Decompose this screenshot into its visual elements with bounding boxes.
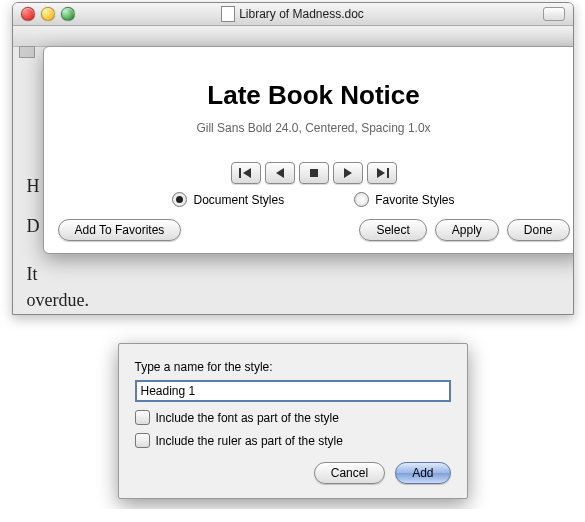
bg-text: It xyxy=(27,264,38,285)
document-body: H D It overdue. Late Book Notice Gill Sa… xyxy=(13,26,573,314)
ruler-marker xyxy=(19,46,35,58)
radio-label: Favorite Styles xyxy=(375,193,454,207)
ruler-bar xyxy=(13,26,573,47)
svg-rect-3 xyxy=(310,169,318,177)
first-style-button[interactable] xyxy=(231,162,261,184)
document-window: Library of Madness.doc H D It overdue. L… xyxy=(12,2,574,315)
apply-button[interactable]: Apply xyxy=(435,219,499,241)
radio-label: Document Styles xyxy=(193,193,284,207)
svg-rect-6 xyxy=(387,168,389,178)
prev-style-button[interactable] xyxy=(265,162,295,184)
stop-button[interactable] xyxy=(299,162,329,184)
style-name-input[interactable] xyxy=(135,380,451,402)
radio-icon xyxy=(172,192,187,207)
done-button[interactable]: Done xyxy=(507,219,570,241)
svg-marker-5 xyxy=(377,168,385,178)
traffic-lights xyxy=(21,7,75,21)
style-preview-heading: Late Book Notice xyxy=(63,80,565,111)
style-scope-radios: Document Styles Favorite Styles xyxy=(58,192,570,207)
minimize-icon[interactable] xyxy=(41,7,55,21)
last-style-button[interactable] xyxy=(367,162,397,184)
toolbar-toggle-button[interactable] xyxy=(543,7,565,21)
titlebar: Library of Madness.doc xyxy=(13,3,573,26)
style-preview: Late Book Notice Gill Sans Bold 24.0, Ce… xyxy=(58,61,570,148)
window-title: Library of Madness.doc xyxy=(239,7,364,21)
bg-text: H xyxy=(27,176,40,197)
checkbox-label: Include the ruler as part of the style xyxy=(156,434,343,448)
checkbox-label: Include the font as part of the style xyxy=(156,411,339,425)
style-navigator xyxy=(58,162,570,184)
svg-marker-1 xyxy=(243,168,251,178)
svg-marker-2 xyxy=(276,168,284,178)
cancel-button[interactable]: Cancel xyxy=(314,462,385,484)
close-icon[interactable] xyxy=(21,7,35,21)
document-icon xyxy=(221,6,235,22)
style-preview-description: Gill Sans Bold 24.0, Centered, Spacing 1… xyxy=(63,121,565,135)
checkbox-include-ruler[interactable] xyxy=(135,433,150,448)
radio-icon xyxy=(354,192,369,207)
svg-marker-4 xyxy=(344,168,352,178)
add-button[interactable]: Add xyxy=(395,462,450,484)
sheet-button-row: Add To Favorites Select Apply Done xyxy=(58,219,570,241)
svg-rect-0 xyxy=(239,168,241,178)
name-style-prompt: Type a name for the style: xyxy=(135,360,451,374)
zoom-icon[interactable] xyxy=(61,7,75,21)
styles-sheet: Late Book Notice Gill Sans Bold 24.0, Ce… xyxy=(43,46,574,254)
bg-text: overdue. xyxy=(27,290,89,311)
bg-text: D xyxy=(27,216,40,237)
next-style-button[interactable] xyxy=(333,162,363,184)
checkbox-include-font[interactable] xyxy=(135,410,150,425)
radio-document-styles[interactable]: Document Styles xyxy=(172,192,284,207)
add-to-favorites-button[interactable]: Add To Favorites xyxy=(58,219,182,241)
radio-favorite-styles[interactable]: Favorite Styles xyxy=(354,192,454,207)
name-style-dialog: Type a name for the style: Include the f… xyxy=(118,343,468,499)
select-button[interactable]: Select xyxy=(359,219,426,241)
